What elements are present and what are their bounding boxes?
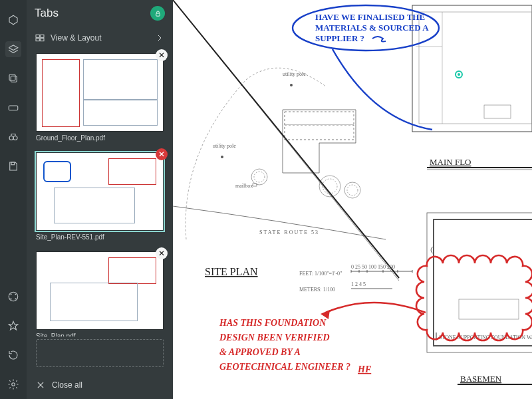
svg-line-50	[173, 0, 399, 281]
svg-marker-11	[9, 321, 18, 330]
tab-filename: Site_Plan.pdf	[36, 332, 164, 336]
svg-text:utility
pole: utility pole	[213, 143, 236, 149]
svg-text:DESIGN BEEN VERIFIED: DESIGN BEEN VERIFIED	[219, 332, 330, 342]
close-tab-button[interactable]: ✕	[156, 49, 168, 61]
site-plan-title-block: SITE PLAN FEET: 1/100"=1'-0" METERS: 1/1…	[173, 0, 412, 293]
svg-point-46	[344, 182, 360, 198]
settings-icon[interactable]	[5, 376, 21, 392]
basement-plan: STONE SUPPORTING FOUNDATION WALL BASEMEN	[427, 213, 532, 384]
svg-point-10	[9, 292, 18, 301]
main-floor-title: MAIN FLO	[430, 157, 471, 167]
close-all-label: Close all	[52, 380, 82, 390]
svg-text:HAS THIS FOUNDATION: HAS THIS FOUNDATION	[219, 318, 327, 328]
svg-rect-20	[412, 5, 532, 132]
hex-icon[interactable]	[5, 12, 21, 28]
tab-thumbnail[interactable]	[36, 53, 164, 132]
svg-point-35	[290, 84, 293, 86]
tab-thumbnail[interactable]	[36, 251, 164, 330]
binoculars-icon[interactable]	[5, 129, 21, 145]
lock-icon[interactable]	[150, 6, 165, 21]
layers-icon[interactable]	[5, 41, 21, 57]
tab-thumbnail[interactable]	[36, 152, 164, 231]
svg-text:GEOTECHNICAL ENGINEER ?: GEOTECHNICAL ENGINEER ?	[219, 362, 350, 372]
tabs-panel: Tabs View & Layout ✕ Ground_Floor_Plan.p…	[27, 0, 173, 399]
tab-filename: Site_Plan-REV-551.pdf	[36, 233, 164, 241]
star-icon[interactable]	[5, 318, 21, 334]
drop-zone[interactable]	[36, 339, 164, 367]
main-floor-plan: MAIN FLO	[412, 5, 532, 170]
svg-text:STATE ROUTE 53: STATE ROUTE 53	[259, 229, 319, 235]
tab-filename: Ground_Floor_Plan.pdf	[36, 134, 164, 142]
tab-item[interactable]: ✕ Site_Plan-REV-551.pdf	[36, 152, 164, 241]
svg-text:1 2    4    5: 1 2 4 5	[351, 281, 366, 287]
svg-rect-14	[36, 35, 39, 37]
svg-rect-17	[41, 39, 44, 41]
svg-text:utility
pole: utility pole	[283, 71, 306, 77]
keyboard-icon[interactable]	[5, 100, 21, 116]
svg-point-12	[12, 383, 15, 386]
tab-thumbnails: ✕ Ground_Floor_Plan.pdf ✕ Site_Plan-REV-…	[27, 49, 173, 336]
svg-rect-41	[285, 125, 354, 140]
svg-text:HAVE WE FINALISED THE: HAVE WE FINALISED THE	[315, 12, 425, 22]
svg-rect-9	[11, 162, 15, 165]
red-annotation: HAS THIS FOUNDATION DESIGN BEEN VERIFIED…	[219, 255, 532, 374]
svg-text:SITE PLAN: SITE PLAN	[205, 266, 258, 277]
svg-text:FEET: 1/100"=1'-0": FEET: 1/100"=1'-0"	[299, 271, 342, 277]
svg-text:METERS: 1/100: METERS: 1/100	[299, 287, 335, 293]
panel-title: Tabs	[35, 7, 59, 20]
svg-text:HF: HF	[357, 364, 372, 374]
svg-rect-26	[484, 105, 511, 118]
svg-point-7	[9, 136, 13, 140]
panel-header: Tabs	[27, 0, 173, 27]
save-icon[interactable]	[5, 158, 21, 174]
svg-point-43	[254, 172, 265, 182]
svg-text:0 25 50   100   150    200: 0 25 50 100 150 200	[351, 264, 395, 270]
view-layout-icon	[35, 33, 45, 43]
site-plan-drawing: STATE ROUTE 53 utility pole utility pole…	[173, 68, 386, 239]
copy-icon[interactable]	[5, 70, 21, 86]
tool-rail	[0, 0, 27, 399]
close-tab-button[interactable]: ✕	[156, 247, 168, 259]
tab-item[interactable]: ✕ Ground_Floor_Plan.pdf	[36, 53, 164, 142]
view-layout-row[interactable]: View & Layout	[27, 27, 173, 49]
svg-line-49	[173, 0, 399, 278]
svg-rect-15	[41, 35, 44, 37]
close-all-button[interactable]: Close all	[27, 374, 173, 399]
fullscreen-icon[interactable]	[5, 289, 21, 305]
history-icon[interactable]	[5, 347, 21, 363]
svg-marker-0	[9, 15, 17, 25]
svg-point-8	[13, 136, 17, 140]
svg-rect-16	[36, 39, 39, 41]
svg-rect-63	[427, 213, 532, 352]
close-tab-button[interactable]: ✕	[156, 148, 168, 160]
svg-rect-13	[156, 13, 160, 16]
document-canvas[interactable]: MAIN FLO HAVE WE FINALISED THE MATERIALS…	[173, 0, 532, 399]
svg-text:MATERIALS & SOURCED A: MATERIALS & SOURCED A	[315, 23, 429, 33]
svg-text:mailbox: mailbox	[235, 183, 253, 189]
svg-point-42	[251, 169, 267, 185]
svg-rect-39	[253, 184, 257, 186]
svg-rect-3	[9, 106, 18, 110]
svg-rect-1	[11, 76, 17, 82]
svg-rect-64	[434, 219, 532, 346]
svg-rect-40	[285, 112, 354, 125]
svg-rect-2	[9, 74, 15, 80]
svg-text:SUPPLIER ?: SUPPLIER ?	[315, 33, 364, 43]
svg-point-37	[221, 156, 223, 158]
svg-point-25	[458, 73, 460, 76]
view-layout-label: View & Layout	[51, 33, 102, 43]
tab-item[interactable]: ✕ Site_Plan.pdf	[36, 251, 164, 336]
svg-text:& APPROVED BY A: & APPROVED BY A	[219, 347, 301, 357]
svg-point-47	[347, 185, 358, 196]
svg-rect-21	[419, 12, 532, 124]
chevron-right-icon	[154, 33, 165, 43]
svg-text:BASEMEN: BASEMEN	[460, 374, 502, 384]
close-icon	[36, 380, 45, 390]
svg-rect-65	[459, 299, 519, 319]
